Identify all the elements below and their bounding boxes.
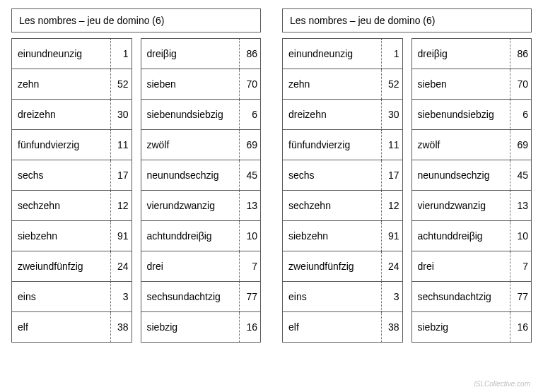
domino-row: drei7 <box>411 251 532 282</box>
num-cell: 3 <box>381 282 402 311</box>
num-cell: 70 <box>510 69 531 99</box>
domino-row: vierundzwanzig13 <box>411 191 532 221</box>
domino-row: sieben70 <box>411 69 532 100</box>
domino-row: siebenundsiebzig6 <box>411 100 532 130</box>
word-cell: fünfundvierzig <box>12 130 110 160</box>
domino-row: sechs17 <box>11 160 132 191</box>
num-cell: 6 <box>239 100 260 129</box>
word-cell: elf <box>12 312 110 342</box>
num-cell: 70 <box>239 69 260 99</box>
num-cell: 1 <box>381 39 402 69</box>
num-cell: 12 <box>381 191 402 220</box>
num-cell: 1 <box>110 39 132 69</box>
domino-row: neunundsechzig45 <box>141 160 262 191</box>
num-cell: 91 <box>110 221 132 251</box>
num-cell: 24 <box>381 251 402 281</box>
domino-row: zwölf69 <box>411 130 532 160</box>
domino-row: zehn52 <box>11 69 132 100</box>
word-cell: zweiundfünfzig <box>12 251 110 281</box>
num-cell: 77 <box>510 282 531 311</box>
word-cell: sechs <box>283 160 381 190</box>
sheet-title: Les nombres – jeu de domino (6) <box>11 8 261 32</box>
word-cell: neunundsechzig <box>412 160 510 190</box>
word-cell: elf <box>283 312 381 342</box>
domino-row: achtunddreiβig10 <box>141 221 262 251</box>
domino-row: fünfundvierzig11 <box>282 130 403 160</box>
num-cell: 6 <box>510 100 531 129</box>
word-cell: zwölf <box>412 130 510 160</box>
num-cell: 12 <box>110 191 132 220</box>
domino-row: siebzehn91 <box>11 221 132 251</box>
domino-row: sechzehn12 <box>282 191 403 221</box>
word-cell: eins <box>283 282 381 311</box>
domino-row: siebenundsiebzig6 <box>141 100 262 130</box>
domino-row: dreizehn30 <box>282 100 403 130</box>
num-cell: 69 <box>510 130 531 160</box>
word-cell: drei <box>412 251 510 281</box>
domino-row: dreiβig86 <box>411 38 532 69</box>
domino-row: eins3 <box>282 282 403 312</box>
word-cell: zwölf <box>141 130 240 160</box>
num-cell: 17 <box>110 160 132 190</box>
domino-row: dreiβig86 <box>141 38 262 69</box>
domino-row: drei7 <box>141 251 262 282</box>
domino-row: elf38 <box>282 312 403 343</box>
word-cell: sechs <box>12 160 110 190</box>
column-2: dreiβig86 sieben70 siebenundsiebzig6 zwö… <box>141 38 262 343</box>
domino-columns: einundneunzig1 zehn52 dreizehn30 fünfund… <box>282 38 532 343</box>
word-cell: siebzehn <box>283 221 381 251</box>
domino-row: zweiundfünfzig24 <box>282 251 403 282</box>
domino-row: einundneunzig1 <box>282 38 403 69</box>
word-cell: fünfundvierzig <box>283 130 381 160</box>
num-cell: 13 <box>239 191 260 220</box>
num-cell: 11 <box>381 130 402 160</box>
word-cell: dreizehn <box>12 100 110 129</box>
domino-row: sieben70 <box>141 69 262 100</box>
word-cell: siebzehn <box>12 221 110 251</box>
word-cell: siebzig <box>412 312 510 342</box>
num-cell: 45 <box>510 160 531 190</box>
domino-row: einundneunzig1 <box>11 38 132 69</box>
watermark: iSLCollective.com <box>474 380 530 388</box>
domino-row: zweiundfünfzig24 <box>11 251 132 282</box>
domino-row: fünfundvierzig11 <box>11 130 132 160</box>
num-cell: 86 <box>510 39 531 69</box>
domino-row: neunundsechzig45 <box>411 160 532 191</box>
word-cell: sechzehn <box>12 191 110 220</box>
num-cell: 86 <box>239 39 260 69</box>
column-1: einundneunzig1 zehn52 dreizehn30 fünfund… <box>282 38 403 343</box>
word-cell: drei <box>141 251 240 281</box>
word-cell: sechsundachtzig <box>412 282 510 311</box>
column-2: dreiβig86 sieben70 siebenundsiebzig6 zwö… <box>411 38 532 343</box>
word-cell: sieben <box>412 69 510 99</box>
word-cell: neunundsechzig <box>141 160 240 190</box>
word-cell: einundneunzig <box>12 39 110 69</box>
domino-row: zwölf69 <box>141 130 262 160</box>
domino-row: dreizehn30 <box>11 100 132 130</box>
domino-columns: einundneunzig1 zehn52 dreizehn30 fünfund… <box>11 38 261 343</box>
num-cell: 91 <box>381 221 402 251</box>
word-cell: siebenundsiebzig <box>412 100 510 129</box>
word-cell: einundneunzig <box>283 39 381 69</box>
word-cell: vierundzwanzig <box>141 191 240 220</box>
num-cell: 13 <box>510 191 531 220</box>
num-cell: 30 <box>110 100 132 129</box>
word-cell: zehn <box>283 69 381 99</box>
num-cell: 69 <box>239 130 260 160</box>
domino-row: siebzehn91 <box>282 221 403 251</box>
domino-row: eins3 <box>11 282 132 312</box>
num-cell: 52 <box>110 69 132 99</box>
word-cell: sechsundachtzig <box>141 282 240 311</box>
domino-row: elf38 <box>11 312 132 343</box>
domino-row: sechsundachtzig77 <box>141 282 262 312</box>
word-cell: siebenundsiebzig <box>141 100 240 129</box>
num-cell: 10 <box>510 221 531 251</box>
column-1: einundneunzig1 zehn52 dreizehn30 fünfund… <box>11 38 132 343</box>
word-cell: achtunddreiβig <box>141 221 240 251</box>
domino-row: zehn52 <box>282 69 403 100</box>
num-cell: 10 <box>239 221 260 251</box>
word-cell: dreizehn <box>283 100 381 129</box>
word-cell: eins <box>12 282 110 311</box>
word-cell: dreiβig <box>412 39 510 69</box>
num-cell: 17 <box>381 160 402 190</box>
